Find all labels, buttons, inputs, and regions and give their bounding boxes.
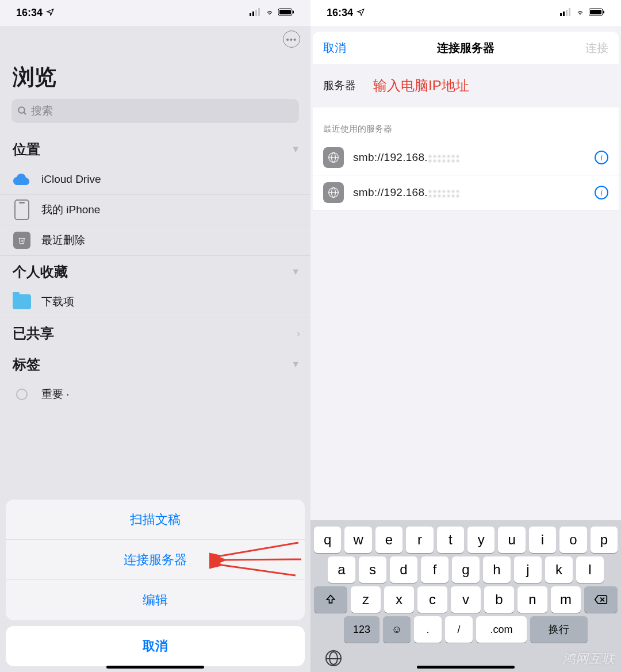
recent-servers-label: 最近使用的服务器 [313,107,619,140]
key-n[interactable]: n [518,586,547,613]
svg-rect-2 [255,10,257,16]
key-g[interactable]: g [452,556,480,583]
svg-rect-18 [590,10,601,14]
svg-line-10 [221,543,298,556]
key-k[interactable]: k [545,556,573,583]
key-a[interactable]: a [328,556,355,583]
svg-rect-15 [566,10,568,16]
svg-rect-19 [603,11,604,14]
key-r[interactable]: r [406,527,433,553]
svg-rect-3 [258,8,260,16]
status-bar: 16:34 [0,0,310,26]
backspace-icon [594,594,608,605]
key-123[interactable]: 123 [344,616,379,643]
sheet-cancel[interactable]: 取消 [6,626,305,666]
key-x[interactable]: x [384,586,414,613]
key-z[interactable]: z [351,586,381,613]
key-return[interactable]: 换行 [530,616,588,643]
phone-left: 16:34 ••• 浏览 搜索 位置 ▼ iCloud Drive [0,0,310,672]
globe-icon[interactable] [325,650,342,666]
server-label: 服务器 [323,78,356,93]
key-c[interactable]: c [417,586,447,613]
key-l[interactable]: l [576,556,604,583]
svg-rect-13 [560,13,562,16]
keyboard: q w e r t y u i o p a s d f g h j k l z … [310,520,621,672]
connect-server-modal: 取消 连接服务器 连接 服务器 输入电脑IP地址 最近使用的服务器 smb://… [313,32,619,210]
cellular-icon [560,7,572,19]
key-t[interactable]: t [437,527,464,553]
sheet-edit[interactable]: 编辑 [6,580,305,620]
wifi-icon [575,7,585,19]
battery-icon [589,7,605,19]
key-m[interactable]: m [551,586,581,613]
status-time: 16:34 [327,7,353,19]
phone-right: 16:34 取消 连接服务器 连接 服务器 输入电脑IP地址 最近使用的服务器 … [310,0,621,672]
modal-header: 取消 连接服务器 连接 [313,32,619,64]
key-slash[interactable]: / [445,616,473,643]
key-o[interactable]: o [559,527,586,553]
key-y[interactable]: y [467,527,494,553]
svg-rect-0 [250,13,251,16]
key-p[interactable]: p [591,527,618,553]
browse-screen: ••• 浏览 搜索 位置 ▼ iCloud Drive 我的 iPhone 最近… [0,26,310,672]
key-backspace[interactable] [584,586,618,613]
annotation-text: 输入电脑IP地址 [373,76,469,95]
annotation-arrows [209,540,305,580]
location-icon [356,7,365,19]
recent-server-item[interactable]: smb://192.168. i [313,175,619,210]
svg-rect-1 [252,11,254,16]
action-sheet: 扫描文稿 连接服务器 编辑 取消 [6,500,305,666]
svg-rect-14 [563,11,565,16]
modal-connect-button[interactable]: 连接 [585,40,608,56]
key-w[interactable]: w [344,527,371,553]
info-icon[interactable]: i [595,151,608,164]
key-emoji[interactable]: ☺ [383,616,411,643]
key-j[interactable]: j [514,556,542,583]
watermark: 鸿网互联 [562,650,615,667]
key-s[interactable]: s [359,556,386,583]
wifi-icon [264,7,275,19]
svg-rect-16 [569,8,570,16]
home-indicator[interactable] [106,666,204,669]
location-icon [46,7,54,19]
key-d[interactable]: d [390,556,417,583]
svg-rect-6 [293,11,294,14]
shift-icon [325,594,336,605]
cellular-icon [250,7,261,19]
server-input-row[interactable]: 服务器 输入电脑IP地址 [313,64,619,107]
status-time: 16:34 [16,7,43,19]
key-i[interactable]: i [529,527,556,553]
svg-rect-5 [279,10,291,14]
server-address: smb://192.168. [353,151,585,164]
svg-line-11 [225,559,301,560]
key-shift[interactable] [314,586,347,613]
key-u[interactable]: u [498,527,525,553]
sheet-scan-documents[interactable]: 扫描文稿 [6,500,305,540]
key-f[interactable]: f [421,556,448,583]
key-h[interactable]: h [483,556,511,583]
network-icon [323,147,344,168]
key-v[interactable]: v [451,586,481,613]
key-com[interactable]: .com [476,616,527,643]
info-icon[interactable]: i [595,186,608,199]
battery-icon [278,7,294,19]
svg-line-12 [222,565,296,575]
key-q[interactable]: q [314,527,341,553]
recent-server-item[interactable]: smb://192.168. i [313,140,619,175]
key-dot[interactable]: . [414,616,442,643]
modal-cancel-button[interactable]: 取消 [323,40,346,56]
key-e[interactable]: e [375,527,402,553]
modal-title: 连接服务器 [437,40,494,56]
key-b[interactable]: b [484,586,514,613]
sheet-connect-server[interactable]: 连接服务器 [6,540,305,580]
network-icon [323,182,344,203]
server-address: smb://192.168. [353,186,585,199]
status-bar: 16:34 [310,0,621,26]
home-indicator[interactable] [417,666,515,669]
